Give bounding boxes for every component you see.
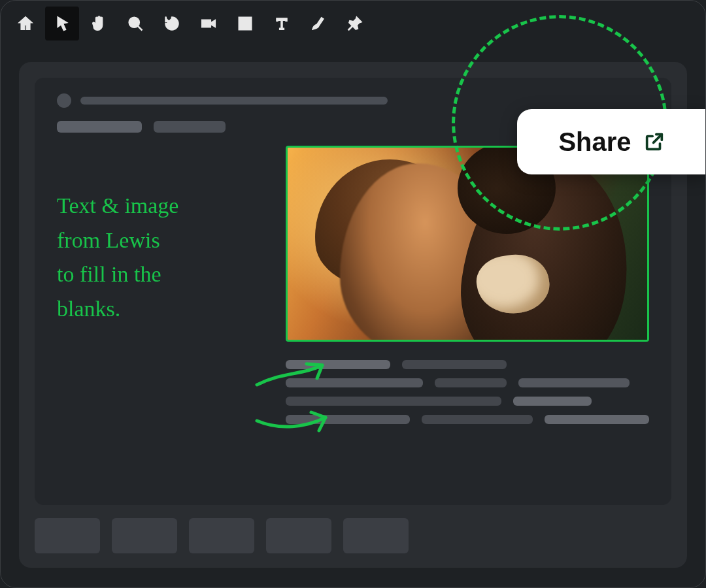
- svg-line-1: [138, 26, 142, 30]
- share-button-label: Share: [558, 127, 631, 157]
- skeleton-header-row: [57, 93, 649, 108]
- share-button[interactable]: Share: [517, 109, 706, 174]
- placeholder-scene: [288, 148, 647, 340]
- thumbnail[interactable]: [35, 518, 100, 553]
- thumbnail[interactable]: [112, 518, 177, 553]
- pointer-icon: [53, 14, 71, 33]
- external-link-icon: [643, 131, 665, 153]
- tool-pin[interactable]: [338, 7, 372, 41]
- tool-home[interactable]: [8, 7, 42, 41]
- skeleton-title-line: [80, 97, 388, 105]
- tool-frame[interactable]: [228, 7, 262, 41]
- tool-reload[interactable]: [155, 7, 189, 41]
- skeleton-avatar: [57, 93, 71, 108]
- top-toolbar: [1, 1, 705, 46]
- reload-icon: [163, 14, 181, 33]
- tool-draw[interactable]: [301, 7, 335, 41]
- tool-text[interactable]: [265, 7, 299, 41]
- search-icon: [126, 14, 144, 33]
- tool-select[interactable]: [45, 7, 79, 41]
- tool-zoom[interactable]: [118, 7, 152, 41]
- pen-icon: [309, 14, 328, 33]
- frame-icon: [236, 14, 254, 33]
- thumbnail[interactable]: [189, 518, 254, 553]
- skeleton-meta-1: [57, 121, 142, 133]
- handwritten-annotation: Text & image from Lewis to fill in the b…: [57, 189, 266, 327]
- svg-point-0: [129, 18, 139, 27]
- text-icon: [273, 14, 291, 33]
- home-icon: [16, 14, 35, 33]
- image-placeholder-frame[interactable]: [286, 146, 649, 342]
- hand-icon: [90, 14, 108, 33]
- skeleton-meta-2: [154, 121, 226, 133]
- thumbnail[interactable]: [343, 518, 409, 553]
- camera-icon: [199, 14, 218, 33]
- tool-camera[interactable]: [192, 7, 226, 41]
- footer-thumbnails: [35, 518, 671, 553]
- tool-hand[interactable]: [82, 7, 116, 41]
- thumbnail[interactable]: [266, 518, 331, 553]
- skeleton-paragraph: [286, 360, 649, 424]
- pin-icon: [346, 14, 364, 33]
